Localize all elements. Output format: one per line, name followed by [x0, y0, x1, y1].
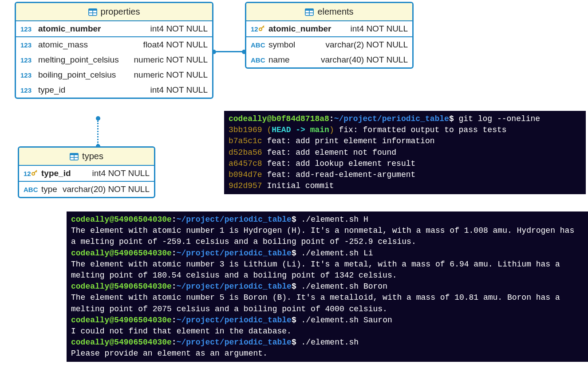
column-row: ABCsymbolvarchar(2) NOT NULL — [246, 37, 412, 52]
column-type: int4 NOT NULL — [150, 85, 208, 95]
connector-dot — [96, 116, 100, 121]
column-row: 123boiling_point_celsiusnumeric NOT NULL — [16, 67, 212, 82]
text-icon: ABC — [251, 56, 266, 64]
table-columns: 123atomic_numberint4 NOT NULL123atomic_m… — [16, 21, 212, 98]
number-icon: 123 — [20, 41, 36, 49]
table-columns: 12atomic_numberint4 NOT NULLABCsymbolvar… — [246, 21, 412, 67]
column-row: ABCnamevarchar(40) NOT NULL — [246, 52, 412, 67]
column-type: numeric NOT NULL — [134, 55, 208, 65]
svg-rect-2 — [93, 11, 96, 12]
column-name: atomic_number — [268, 24, 347, 34]
table-icon — [305, 8, 314, 16]
table-columns: 12type_idint4 NOT NULLABCtypevarchar(20)… — [19, 166, 154, 197]
table-title: types — [82, 151, 103, 161]
table-title: elements — [317, 7, 353, 17]
svg-rect-4 — [93, 13, 96, 15]
svg-rect-8 — [306, 13, 309, 15]
svg-rect-6 — [306, 11, 309, 12]
column-type: int4 NOT NULL — [350, 24, 408, 34]
column-type: varchar(2) NOT NULL — [326, 40, 408, 50]
column-row: 123type_idint4 NOT NULL — [16, 82, 212, 98]
table-header: types — [19, 148, 154, 166]
table-icon — [70, 153, 79, 161]
column-row: 123atomic_massfloat4 NOT NULL — [16, 37, 212, 52]
column-row: 123melting_point_celsiusnumeric NOT NULL — [16, 52, 212, 67]
column-type: int4 NOT NULL — [92, 168, 150, 178]
column-name: atomic_number — [38, 24, 147, 34]
column-name: name — [268, 55, 318, 65]
pk-number-icon: 12 — [24, 170, 39, 177]
connector-line — [216, 51, 243, 52]
connector-line-dotted — [97, 121, 99, 145]
pk-number-icon: 12 — [251, 25, 266, 33]
svg-rect-14 — [71, 158, 74, 160]
terminal-element-sh[interactable]: codeally@54906504030e:~/project/periodic… — [67, 211, 588, 362]
column-type: int4 NOT NULL — [150, 24, 208, 34]
number-icon: 123 — [20, 71, 36, 79]
svg-rect-3 — [89, 13, 92, 15]
db-table-types: types 12type_idint4 NOT NULLABCtypevarch… — [18, 146, 155, 198]
svg-rect-9 — [310, 13, 313, 15]
column-name: type — [41, 184, 60, 194]
column-type: varchar(20) NOT NULL — [63, 184, 150, 194]
column-name: melting_point_celsius — [38, 55, 131, 65]
db-table-properties: properties 123atomic_numberint4 NOT NULL… — [15, 2, 213, 99]
column-type: float4 NOT NULL — [143, 40, 208, 50]
svg-rect-12 — [71, 155, 74, 157]
column-row: 12type_idint4 NOT NULL — [19, 166, 154, 182]
column-row: ABCtypevarchar(20) NOT NULL — [19, 182, 154, 197]
svg-rect-15 — [75, 158, 78, 160]
svg-rect-13 — [75, 155, 78, 157]
column-type: numeric NOT NULL — [134, 70, 208, 80]
svg-rect-7 — [310, 11, 313, 12]
number-icon: 123 — [20, 86, 36, 94]
text-icon: ABC — [24, 186, 39, 193]
number-icon: 123 — [20, 56, 36, 64]
column-name: atomic_mass — [38, 40, 141, 50]
column-type: varchar(40) NOT NULL — [321, 55, 408, 65]
terminal-git-log[interactable]: codeally@b0f84d8718a8:~/project/periodic… — [224, 111, 586, 194]
column-row: 123atomic_numberint4 NOT NULL — [16, 21, 212, 37]
text-icon: ABC — [251, 41, 266, 49]
column-name: symbol — [268, 40, 323, 50]
column-name: type_id — [38, 85, 147, 95]
db-table-elements: elements 12atomic_numberint4 NOT NULLABC… — [245, 2, 414, 69]
svg-rect-1 — [89, 11, 92, 12]
table-title: properties — [101, 7, 140, 17]
table-header: properties — [16, 3, 212, 21]
column-name: boiling_point_celsius — [38, 70, 131, 80]
column-name: type_id — [41, 168, 89, 178]
number-icon: 123 — [20, 25, 36, 33]
column-row: 12atomic_numberint4 NOT NULL — [246, 21, 412, 37]
table-header: elements — [246, 3, 412, 21]
table-icon — [88, 8, 97, 16]
